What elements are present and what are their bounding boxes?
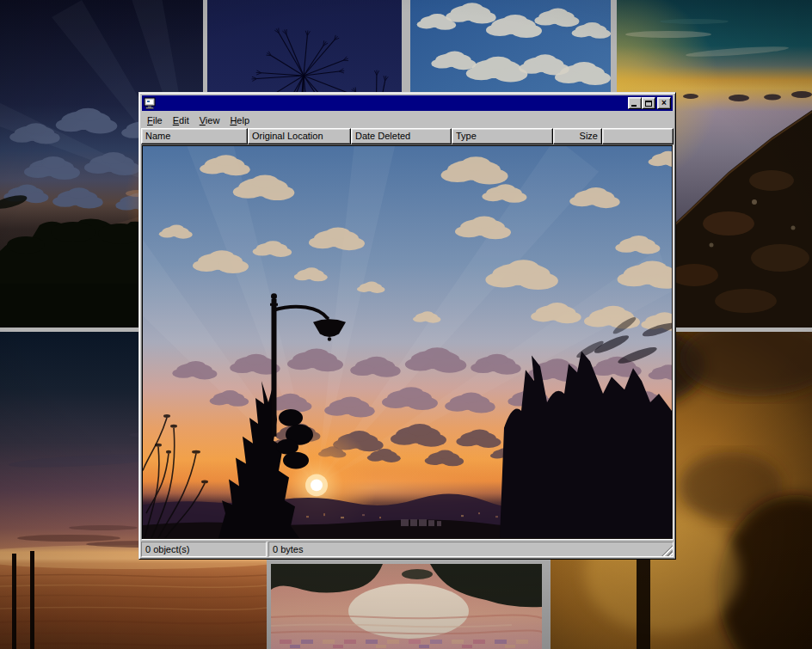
- maximize-button[interactable]: [642, 97, 655, 109]
- window-titlebar[interactable]: ×: [142, 95, 673, 111]
- computer-icon[interactable]: [144, 97, 156, 109]
- menu-bar: File Edit View Help: [141, 112, 674, 128]
- menu-help[interactable]: Help: [225, 113, 255, 127]
- column-header-name[interactable]: Name: [141, 128, 248, 144]
- minimize-icon: [631, 105, 637, 107]
- column-header-row: Name Original Location Date Deleted Type…: [141, 128, 674, 144]
- menu-file[interactable]: File: [142, 113, 168, 127]
- column-header-original-location[interactable]: Original Location: [248, 128, 351, 144]
- status-size: 0 bytes: [268, 542, 674, 557]
- column-header-size[interactable]: Size: [553, 128, 602, 144]
- status-bar: 0 object(s) 0 bytes: [141, 540, 674, 557]
- close-button[interactable]: ×: [657, 97, 671, 109]
- resize-grip-icon[interactable]: [661, 545, 673, 556]
- file-list-view[interactable]: [141, 144, 674, 540]
- menu-view[interactable]: View: [194, 113, 225, 127]
- column-header-date-deleted[interactable]: Date Deleted: [351, 128, 452, 144]
- column-header-type[interactable]: Type: [452, 128, 553, 144]
- photo-water-reflection: [271, 564, 542, 649]
- recycle-bin-window: × File Edit View Help Name Original Loca…: [138, 92, 676, 560]
- maximize-icon: [645, 101, 652, 107]
- column-header-filler: [602, 128, 674, 144]
- close-icon: ×: [661, 99, 667, 107]
- sunset-streetlamp-photo: [143, 146, 672, 538]
- menu-edit[interactable]: Edit: [168, 113, 194, 127]
- status-object-count: 0 object(s): [141, 542, 267, 557]
- minimize-button[interactable]: [628, 97, 642, 109]
